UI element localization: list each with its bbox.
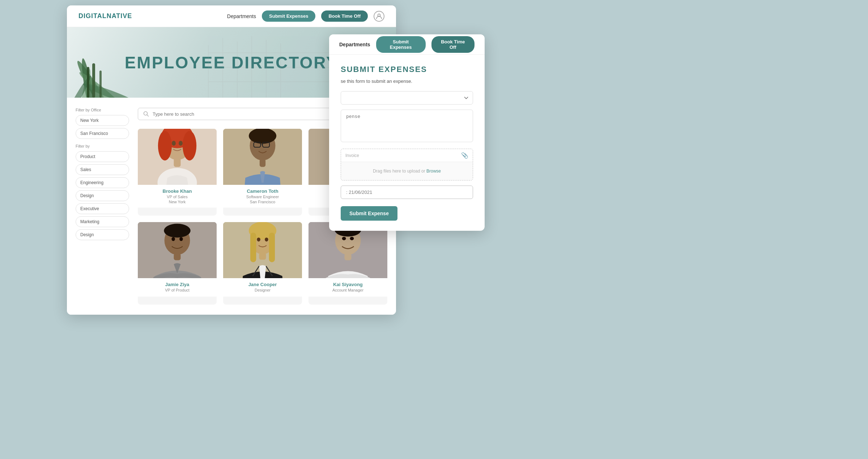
upload-label: Invoice: [345, 153, 359, 158]
sidebar-item-product[interactable]: Product: [76, 151, 129, 162]
svg-point-52: [179, 237, 183, 241]
filter-by-label: Filter by: [76, 144, 129, 148]
employee-role-kai: Account Manager: [312, 288, 384, 292]
svg-rect-7: [92, 63, 95, 98]
expense-type-select[interactable]: Travel Food Equipment: [341, 91, 473, 105]
employee-card-info-cameron: Cameron Toth Software Engineer San Franc…: [223, 185, 302, 208]
svg-rect-68: [344, 253, 351, 260]
expense-description-group: [341, 110, 473, 144]
upload-drop-text: Drag files here to upload or: [373, 169, 426, 174]
svg-rect-58: [269, 233, 275, 262]
employee-photo-brooke: [138, 129, 217, 185]
expense-type-group: Travel Food Equipment: [341, 91, 473, 105]
employee-card-info-kai: Kai Siyavong Account Manager: [309, 278, 387, 297]
employee-role-cameron: Software Engineer: [227, 195, 298, 199]
svg-point-67: [350, 237, 354, 241]
employee-photo-jamie: [138, 222, 217, 278]
svg-point-25: [158, 131, 172, 161]
employee-card-cameron[interactable]: Cameron Toth Software Engineer San Franc…: [223, 129, 302, 216]
employee-name-kai: Kai Siyavong: [312, 282, 384, 287]
modal-nav-book-time-off[interactable]: Book Time Off: [431, 36, 475, 53]
upload-label-row: Invoice 📎: [341, 149, 473, 162]
svg-rect-16: [280, 43, 281, 98]
employee-card-jane[interactable]: Jane Cooper Designer: [223, 222, 302, 305]
employee-role-jane: Designer: [227, 288, 298, 292]
employee-card-info-brooke: Brooke Khan VP of Sales New York: [138, 185, 217, 208]
nav-departments[interactable]: Departments: [227, 13, 256, 19]
sidebar-item-marketing[interactable]: Marketing: [76, 216, 129, 227]
employee-card-kai[interactable]: Kai Siyavong Account Manager: [309, 222, 387, 305]
svg-rect-37: [260, 159, 265, 167]
search-icon: [143, 111, 149, 117]
modal-subtitle: se this form to submit an expense.: [341, 78, 473, 84]
svg-point-59: [257, 238, 260, 242]
employee-location-cameron: San Francisco: [227, 200, 298, 204]
expense-date-input[interactable]: [341, 186, 473, 199]
employee-photo-cameron: [223, 129, 302, 185]
sidebar: Filter by Office New York San Francisco …: [76, 108, 129, 305]
employee-card-brooke[interactable]: Brooke Khan VP of Sales New York: [138, 129, 217, 216]
submit-expense-button[interactable]: Submit Expense: [341, 206, 397, 221]
browse-link[interactable]: Browse: [426, 169, 441, 174]
modal-window: Departments Submit Expenses Book Time Of…: [329, 34, 485, 231]
svg-point-60: [265, 238, 268, 242]
svg-rect-57: [250, 233, 256, 262]
svg-rect-53: [174, 253, 180, 260]
clip-icon: 📎: [461, 152, 468, 159]
employee-role-brooke: VP of Sales: [141, 195, 213, 199]
expense-date-group: [341, 186, 473, 199]
employee-name-jane: Jane Cooper: [227, 282, 298, 287]
modal-nav-departments[interactable]: Departments: [339, 42, 370, 47]
svg-point-27: [172, 141, 176, 146]
main-header: DIGITALNATIVE Departments Submit Expense…: [67, 5, 396, 27]
svg-rect-9: [99, 71, 102, 98]
svg-rect-61: [259, 253, 266, 260]
employee-card-info-jamie: Jamie Ziya VP of Product: [138, 278, 217, 297]
modal-title: SUBMIT EXPENSES: [341, 65, 473, 74]
svg-point-28: [179, 141, 183, 146]
sidebar-item-design2[interactable]: Design: [76, 229, 129, 240]
upload-section: Invoice 📎 Drag files here to upload or B…: [341, 149, 473, 180]
modal-nav-submit-expenses[interactable]: Submit Expenses: [376, 36, 426, 53]
sidebar-item-sales[interactable]: Sales: [76, 164, 129, 175]
svg-rect-29: [174, 158, 180, 167]
main-nav: Departments Submit Expenses Book Time Of…: [227, 10, 384, 22]
svg-point-26: [183, 131, 196, 161]
svg-point-50: [164, 224, 191, 238]
svg-rect-12: [222, 38, 223, 98]
employee-role-jamie: VP of Product: [141, 288, 213, 292]
employee-name-brooke: Brooke Khan: [141, 188, 213, 194]
modal-content: SUBMIT EXPENSES se this form to submit a…: [329, 55, 485, 231]
employee-name-jamie: Jamie Ziya: [141, 282, 213, 287]
svg-rect-13: [237, 42, 238, 98]
invoice-upload-group: Invoice 📎 Drag files here to upload or B…: [341, 149, 473, 180]
employee-card-info-jane: Jane Cooper Designer: [223, 278, 302, 297]
user-avatar-icon[interactable]: [374, 11, 384, 22]
employee-card-jamie[interactable]: Jamie Ziya VP of Product: [138, 222, 217, 305]
modal-header: Departments Submit Expenses Book Time Of…: [329, 34, 485, 55]
employee-photo-jane: [223, 222, 302, 278]
employee-location-brooke: New York: [141, 200, 213, 204]
app-logo: DIGITALNATIVE: [78, 12, 132, 20]
book-time-off-button[interactable]: Book Time Off: [321, 10, 368, 22]
sidebar-item-engineering[interactable]: Engineering: [76, 177, 129, 188]
submit-expenses-button[interactable]: Submit Expenses: [262, 10, 315, 22]
upload-drop-area[interactable]: Drag files here to upload or Browse: [341, 162, 473, 180]
sidebar-item-san-francisco[interactable]: San Francisco: [76, 128, 129, 139]
employee-name-cameron: Cameron Toth: [227, 188, 298, 194]
filter-office-label: Filter by Office: [76, 108, 129, 112]
svg-rect-8: [87, 67, 89, 98]
sidebar-item-design[interactable]: Design: [76, 190, 129, 201]
sidebar-item-executive[interactable]: Executive: [76, 203, 129, 214]
expense-description-textarea[interactable]: [341, 110, 473, 142]
svg-point-51: [171, 237, 175, 241]
svg-line-21: [147, 115, 149, 116]
svg-point-66: [342, 237, 346, 241]
sidebar-item-new-york[interactable]: New York: [76, 115, 129, 126]
svg-rect-15: [266, 40, 267, 98]
